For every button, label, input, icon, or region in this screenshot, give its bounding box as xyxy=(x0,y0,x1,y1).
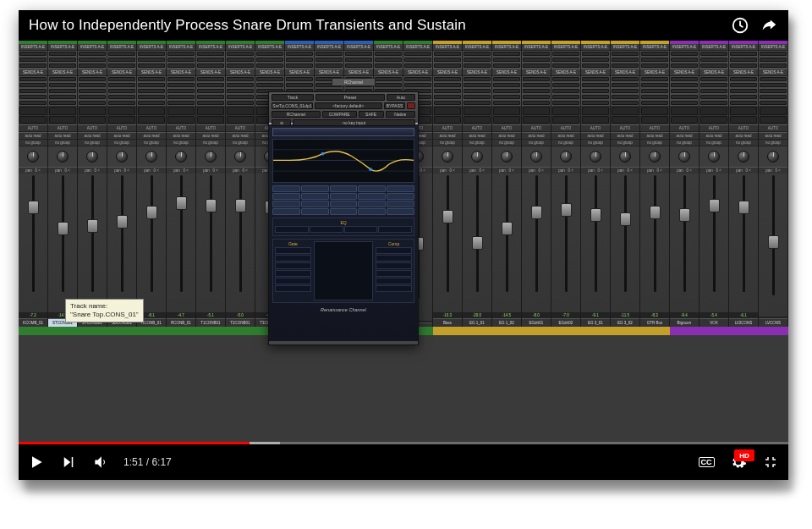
insert-slot[interactable] xyxy=(345,58,372,62)
auto-mode[interactable]: auto read xyxy=(729,132,758,140)
insert-slot[interactable] xyxy=(700,52,727,56)
insert-slot[interactable] xyxy=(197,52,224,56)
pan-knob[interactable] xyxy=(19,146,47,167)
auto-label[interactable]: AUTO xyxy=(492,124,521,132)
channel-fader[interactable] xyxy=(581,174,610,312)
channel-name[interactable]: EG 3_01 xyxy=(581,318,610,327)
send-slot[interactable] xyxy=(167,89,195,93)
insert-slot[interactable] xyxy=(79,52,106,56)
io-section[interactable] xyxy=(48,106,77,124)
send-slot[interactable] xyxy=(404,83,431,87)
io-section[interactable] xyxy=(167,106,195,124)
insert-slot[interactable] xyxy=(197,63,224,68)
watch-later-icon[interactable] xyxy=(731,16,749,35)
insert-slot[interactable] xyxy=(671,63,698,68)
insert-slot[interactable] xyxy=(79,63,106,68)
send-slot[interactable] xyxy=(79,83,106,87)
plugin-native[interactable]: Native xyxy=(386,111,415,118)
insert-slot[interactable] xyxy=(108,52,135,56)
plugin-channel[interactable]: RChannel xyxy=(272,111,321,118)
send-slot[interactable] xyxy=(108,77,135,81)
insert-slot[interactable] xyxy=(227,63,254,68)
channel-fader[interactable] xyxy=(167,174,195,312)
send-slot[interactable] xyxy=(760,101,787,105)
send-slot[interactable] xyxy=(197,83,224,87)
insert-slot[interactable] xyxy=(49,58,76,62)
insert-slot[interactable] xyxy=(523,58,550,62)
insert-slot[interactable] xyxy=(493,63,520,68)
group-label[interactable]: no group xyxy=(226,140,255,146)
io-section[interactable] xyxy=(522,106,551,124)
send-slot[interactable] xyxy=(612,83,639,87)
pan-knob[interactable] xyxy=(463,146,491,167)
auto-label[interactable]: AUTO xyxy=(551,124,580,132)
play-button[interactable] xyxy=(27,453,46,471)
auto-mode[interactable]: auto read xyxy=(611,132,639,140)
channel-name[interactable]: LVCONS xyxy=(759,318,787,327)
send-slot[interactable] xyxy=(19,83,47,87)
auto-label[interactable]: AUTO xyxy=(433,124,462,132)
auto-mode[interactable]: auto read xyxy=(48,132,77,140)
mixer-channel[interactable]: INSERTS A-E SENDS A-E AUTO auto read no … xyxy=(196,41,226,327)
insert-slot[interactable] xyxy=(345,63,372,68)
channel-name[interactable]: VOX xyxy=(700,318,728,327)
auto-label[interactable]: AUTO xyxy=(670,124,699,132)
send-slot[interactable] xyxy=(612,77,639,81)
plugin-bypass[interactable]: BYPASS xyxy=(384,102,405,109)
group-label[interactable]: no group xyxy=(729,140,758,146)
send-slot[interactable] xyxy=(671,83,698,87)
send-slot[interactable] xyxy=(138,89,165,93)
insert-slot[interactable] xyxy=(760,52,787,56)
send-slot[interactable] xyxy=(434,77,461,81)
auto-mode[interactable]: auto read xyxy=(226,132,255,140)
send-slot[interactable] xyxy=(434,83,461,87)
mixer-channel[interactable]: INSERTS A-E SENDS A-E AUTO auto read no … xyxy=(611,41,640,327)
send-slot[interactable] xyxy=(641,77,668,81)
pan-knob[interactable] xyxy=(78,146,107,167)
auto-label[interactable]: AUTO xyxy=(611,124,639,132)
pan-knob[interactable] xyxy=(433,146,462,167)
auto-label[interactable]: AUTO xyxy=(226,124,255,132)
send-slot[interactable] xyxy=(523,77,550,81)
insert-slot[interactable] xyxy=(138,63,165,68)
channel-name[interactable]: EGdrt02 xyxy=(551,318,580,327)
channel-fader[interactable] xyxy=(700,174,728,312)
insert-slot[interactable] xyxy=(434,52,461,56)
insert-slot[interactable] xyxy=(227,58,254,62)
insert-slot[interactable] xyxy=(286,52,313,56)
plugin-preset-name[interactable]: <factory default> xyxy=(315,102,382,109)
auto-label[interactable]: AUTO xyxy=(522,124,551,132)
send-slot[interactable] xyxy=(108,89,135,93)
insert-slot[interactable] xyxy=(582,52,609,56)
auto-label[interactable]: AUTO xyxy=(640,124,669,132)
insert-slot[interactable] xyxy=(286,63,313,68)
channel-fader[interactable] xyxy=(196,174,225,312)
send-slot[interactable] xyxy=(493,83,520,87)
insert-slot[interactable] xyxy=(552,63,579,68)
insert-slot[interactable] xyxy=(49,52,76,56)
send-slot[interactable] xyxy=(49,95,76,99)
insert-slot[interactable] xyxy=(227,52,254,56)
send-slot[interactable] xyxy=(582,89,609,93)
insert-slot[interactable] xyxy=(464,63,491,68)
insert-slot[interactable] xyxy=(167,58,195,62)
insert-slot[interactable] xyxy=(671,58,698,62)
auto-label[interactable]: AUTO xyxy=(78,124,107,132)
send-slot[interactable] xyxy=(197,95,224,99)
mixer-channel[interactable]: INSERTS A-E SENDS A-E AUTO auto read no … xyxy=(670,41,700,327)
auto-mode[interactable]: auto read xyxy=(167,132,195,140)
send-slot[interactable] xyxy=(256,83,283,87)
group-label[interactable]: no group xyxy=(700,140,728,146)
auto-mode[interactable]: auto read xyxy=(463,132,491,140)
channel-fader[interactable] xyxy=(107,174,136,312)
send-slot[interactable] xyxy=(197,77,224,81)
send-slot[interactable] xyxy=(79,89,106,93)
io-section[interactable] xyxy=(729,106,758,124)
send-slot[interactable] xyxy=(671,89,698,93)
insert-slot[interactable] xyxy=(641,58,668,62)
auto-mode[interactable]: auto read xyxy=(581,132,610,140)
auto-label[interactable]: AUTO xyxy=(729,124,758,132)
mixer-channel[interactable]: INSERTS A-E SENDS A-E AUTO auto read no … xyxy=(522,41,551,327)
pan-knob[interactable] xyxy=(226,146,255,167)
send-slot[interactable] xyxy=(227,89,254,93)
